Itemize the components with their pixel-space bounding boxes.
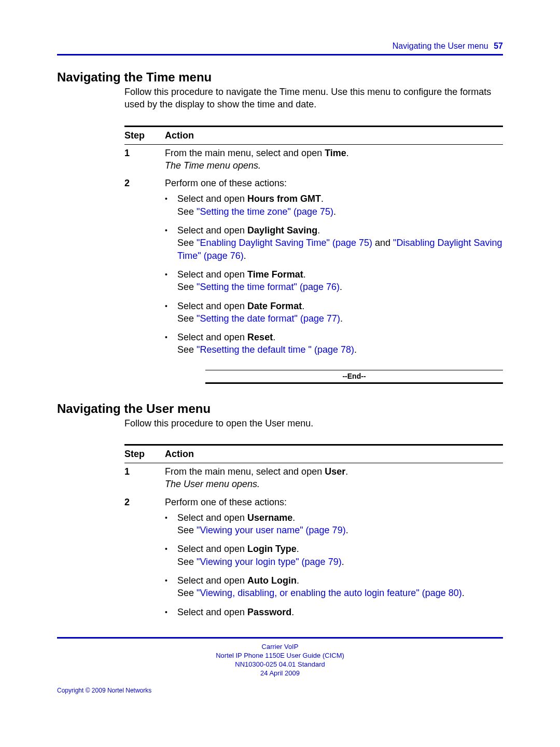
- step-number: 1: [124, 465, 165, 491]
- bullet-text: Select and open Reset. See "Resetting th…: [177, 331, 503, 356]
- step-action: From the main menu, select and open Time…: [165, 147, 503, 172]
- bullet-icon: •: [165, 224, 177, 262]
- page-number: 57: [494, 42, 503, 50]
- step-text: Perform one of these actions:: [165, 178, 287, 188]
- cross-ref-link[interactable]: "Enabling Daylight Saving Time" (page 75…: [197, 238, 372, 248]
- list-item: • Select and open Password.: [165, 603, 503, 621]
- cross-ref-link[interactable]: "Viewing your login type" (page 79): [197, 557, 342, 567]
- cross-ref-link[interactable]: "Resetting the default time " (page 78): [197, 344, 354, 355]
- action-col-header: Action: [165, 130, 503, 141]
- bullet-icon: •: [165, 192, 177, 218]
- bullet-text: Select and open Daylight Saving. See "En…: [177, 224, 503, 262]
- bullet-icon: •: [165, 606, 177, 618]
- copyright-text: Copyright © 2009 Nortel Networks: [57, 687, 503, 694]
- step-result: The Time menu opens.: [165, 160, 261, 171]
- table-row: 2 Perform one of these actions: • Select…: [124, 494, 503, 625]
- bullet-text: Select and open Hours from GMT. See "Set…: [177, 192, 503, 218]
- list-item: • Select and open Username. See "Viewing…: [165, 508, 503, 540]
- step-result: The User menu opens.: [165, 479, 260, 489]
- step-col-header: Step: [124, 130, 165, 141]
- header-rule: [57, 54, 503, 56]
- bullet-text: Select and open Date Format. See "Settin…: [177, 300, 503, 325]
- cross-ref-link[interactable]: "Viewing your user name" (page 79): [197, 525, 346, 535]
- step-action: Perform one of these actions: • Select a…: [165, 177, 503, 383]
- footer-line: 24 April 2009: [57, 669, 503, 678]
- section-intro-time: Follow this procedure to navigate the Ti…: [124, 86, 503, 111]
- step-table-time: Step Action 1 From the main menu, select…: [124, 126, 503, 387]
- list-item: • Select and open Time Format. See "Sett…: [165, 265, 503, 297]
- bullet-icon: •: [165, 511, 177, 537]
- step-number: 2: [124, 177, 165, 383]
- footer-rule: [57, 637, 503, 639]
- step-table-user: Step Action 1 From the main menu, select…: [124, 444, 503, 625]
- step-text: From the main menu, select and open Time…: [165, 148, 349, 158]
- list-item: • Select and open Reset. See "Resetting …: [165, 328, 503, 359]
- running-header: Navigating the User menu 57: [57, 42, 503, 51]
- table-row: 1 From the main menu, select and open Us…: [124, 463, 503, 494]
- action-col-header: Action: [165, 449, 503, 460]
- list-item: • Select and open Login Type. See "Viewi…: [165, 540, 503, 571]
- table-header: Step Action: [124, 127, 503, 144]
- section-heading-user: Navigating the User menu: [57, 402, 503, 416]
- end-marker: --End--: [205, 370, 503, 382]
- bullet-text: Select and open Password.: [177, 606, 503, 618]
- bullet-icon: •: [165, 300, 177, 325]
- bullet-text: Select and open Login Type. See "Viewing…: [177, 543, 503, 568]
- step-number: 1: [124, 147, 165, 172]
- step-number: 2: [124, 496, 165, 621]
- table-header: Step Action: [124, 446, 503, 463]
- cross-ref-link[interactable]: "Setting the time zone" (page 75): [197, 206, 333, 217]
- end-rule-bottom: [205, 382, 503, 384]
- bullet-icon: •: [165, 331, 177, 356]
- bullet-list: • Select and open Username. See "Viewing…: [165, 508, 503, 621]
- header-title: Navigating the User menu: [393, 42, 488, 50]
- cross-ref-link[interactable]: "Setting the time format" (page 76): [197, 282, 340, 292]
- end-block: --End--: [205, 370, 503, 384]
- list-item: • Select and open Date Format. See "Sett…: [165, 297, 503, 328]
- bullet-text: Select and open Username. See "Viewing y…: [177, 511, 503, 537]
- bullet-list: • Select and open Hours from GMT. See "S…: [165, 189, 503, 359]
- table-row: 1 From the main menu, select and open Ti…: [124, 145, 503, 175]
- step-col-header: Step: [124, 449, 165, 460]
- cross-ref-link[interactable]: "Viewing, disabling, or enabling the aut…: [197, 588, 462, 598]
- step-action: From the main menu, select and open User…: [165, 465, 503, 491]
- bullet-icon: •: [165, 268, 177, 294]
- bullet-icon: •: [165, 574, 177, 600]
- list-item: • Select and open Daylight Saving. See "…: [165, 221, 503, 265]
- footer-line: NN10300-025 04.01 Standard: [57, 660, 503, 669]
- section-heading-time: Navigating the Time menu: [57, 70, 503, 85]
- step-text: Perform one of these actions:: [165, 497, 287, 507]
- bullet-text: Select and open Auto Login. See "Viewing…: [177, 574, 503, 600]
- list-item: • Select and open Auto Login. See "Viewi…: [165, 571, 503, 603]
- footer-line: Carrier VoIP: [57, 643, 503, 652]
- step-text: From the main menu, select and open User…: [165, 466, 348, 477]
- table-row: 2 Perform one of these actions: • Select…: [124, 175, 503, 386]
- footer-line: Nortel IP Phone 1150E User Guide (CICM): [57, 652, 503, 660]
- step-action: Perform one of these actions: • Select a…: [165, 496, 503, 621]
- section-intro-user: Follow this procedure to open the User m…: [124, 417, 503, 430]
- bullet-text: Select and open Time Format. See "Settin…: [177, 268, 503, 294]
- page-footer: Carrier VoIP Nortel IP Phone 1150E User …: [57, 643, 503, 678]
- list-item: • Select and open Hours from GMT. See "S…: [165, 189, 503, 221]
- bullet-icon: •: [165, 543, 177, 568]
- cross-ref-link[interactable]: "Setting the date format" (page 77): [197, 313, 340, 324]
